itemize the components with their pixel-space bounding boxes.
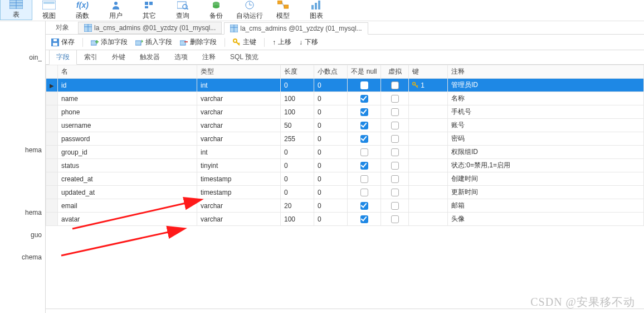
sub-tabs: 字段 索引 外键 触发器 选项 注释 SQL 预览 <box>46 50 644 65</box>
checkbox-notnull[interactable] <box>360 122 368 129</box>
svg-rect-5 <box>43 2 55 4</box>
ribbon-user[interactable]: 用户 <box>99 0 133 21</box>
ribbon-view[interactable]: 视图 <box>32 0 66 21</box>
checkbox-notnull[interactable] <box>360 175 368 183</box>
svg-point-6 <box>114 2 118 5</box>
svg-rect-19 <box>277 1 282 4</box>
svg-line-12 <box>187 8 188 9</box>
table-row[interactable]: ▶idint00 1管理员ID <box>46 79 644 92</box>
ribbon-auto[interactable]: 自动运行 <box>233 0 266 21</box>
query-icon <box>177 0 188 10</box>
checkbox-virtual[interactable] <box>391 162 399 170</box>
checkbox-virtual[interactable] <box>391 189 399 196</box>
col-notnull[interactable]: 不是 null <box>348 65 381 79</box>
model-icon <box>277 0 289 10</box>
checkbox-virtual[interactable] <box>391 81 399 89</box>
ribbon-chart[interactable]: 图表 <box>300 0 333 21</box>
checkbox-virtual[interactable] <box>391 202 399 210</box>
primary-key-button[interactable]: 主键 <box>233 37 256 47</box>
checkbox-virtual[interactable] <box>391 175 399 183</box>
table-row[interactable]: phonevarchar1000手机号 <box>46 105 644 119</box>
ribbon-backup[interactable]: 备份 <box>199 0 233 21</box>
svg-rect-9 <box>145 6 148 8</box>
bottom-bar <box>46 309 644 313</box>
down-arrow-icon: ↓ <box>299 38 303 46</box>
table-row[interactable]: namevarchar1000名称 <box>46 92 644 105</box>
checkbox-virtual[interactable] <box>391 95 399 103</box>
table-row[interactable]: updated_attimestamp00更新时间 <box>46 186 644 199</box>
checkbox-virtual[interactable] <box>391 148 399 156</box>
ribbon-fx[interactable]: f(x) 函数 <box>66 0 99 21</box>
subtab-comment[interactable]: 注释 <box>195 50 223 64</box>
subtab-triggers[interactable]: 触发器 <box>133 50 167 64</box>
col-key[interactable]: 键 <box>409 65 448 79</box>
fields-grid[interactable]: 名 类型 长度 小数点 不是 null 虚拟 键 注释 ▶idint00 1管理… <box>46 65 644 309</box>
checkbox-notnull[interactable] <box>360 135 368 143</box>
sidebar-item[interactable]: hema <box>0 144 45 156</box>
sidebar-item[interactable]: hema <box>0 206 45 219</box>
col-name[interactable]: 名 <box>58 65 197 79</box>
checkbox-virtual[interactable] <box>391 135 399 143</box>
object-tab[interactable]: 对象 <box>49 21 76 35</box>
checkbox-virtual[interactable] <box>391 122 399 129</box>
svg-rect-7 <box>145 2 148 5</box>
subtab-fields[interactable]: 字段 <box>49 50 77 65</box>
ribbon-query[interactable]: 查询 <box>166 0 199 21</box>
ribbon-table[interactable]: 表 <box>0 0 32 20</box>
checkbox-notnull[interactable] <box>360 189 368 196</box>
svg-rect-8 <box>149 2 153 5</box>
sidebar: oin_ hema hema guo chema <box>0 21 46 313</box>
table-row[interactable]: statustinyint00状态:0=禁用,1=启用 <box>46 159 644 172</box>
col-decimals[interactable]: 小数点 <box>314 65 348 79</box>
insert-field-button[interactable]: 插入字段 <box>135 37 172 47</box>
sidebar-item[interactable]: oin_ <box>0 51 45 64</box>
table-row[interactable]: passwordvarchar2550密码 <box>46 132 644 146</box>
insert-field-icon <box>135 38 143 46</box>
save-button[interactable]: 保存 <box>51 37 75 47</box>
move-down-button[interactable]: ↓ 下移 <box>299 37 318 47</box>
col-length[interactable]: 长度 <box>281 65 314 79</box>
add-field-icon <box>91 38 99 46</box>
clock-icon <box>245 0 254 10</box>
checkbox-notnull[interactable] <box>360 148 368 156</box>
table-icon <box>84 24 92 32</box>
chart-icon <box>311 0 321 10</box>
checkbox-notnull[interactable] <box>360 81 368 89</box>
file-tab-0[interactable]: la_cms_admins @01_yzdzy (01_mysql... <box>78 22 222 34</box>
file-tab-1[interactable]: la_cms_admins @01_yzdzy (01_mysql... <box>224 22 368 35</box>
col-comment[interactable]: 注释 <box>448 65 644 79</box>
sidebar-item[interactable]: chema <box>0 251 45 263</box>
subtab-options[interactable]: 选项 <box>167 50 195 64</box>
ribbon-model[interactable]: 模型 <box>266 0 300 21</box>
table-row[interactable]: avatarvarchar1000头像 <box>46 213 644 226</box>
checkbox-virtual[interactable] <box>391 108 399 116</box>
subtab-indexes[interactable]: 索引 <box>77 50 105 64</box>
checkbox-virtual[interactable] <box>391 215 399 223</box>
col-virtual[interactable]: 虚拟 <box>381 65 409 79</box>
checkbox-notnull[interactable] <box>360 95 368 103</box>
ribbon-other[interactable]: 其它 <box>133 0 166 21</box>
svg-line-21 <box>282 2 284 7</box>
sidebar-item[interactable]: guo <box>0 229 45 241</box>
checkbox-notnull[interactable] <box>360 108 368 116</box>
table-row[interactable]: usernamevarchar500账号 <box>46 119 644 132</box>
svg-rect-23 <box>315 3 317 9</box>
subtab-fk[interactable]: 外键 <box>105 50 133 64</box>
add-field-button[interactable]: 添加字段 <box>91 37 128 47</box>
svg-rect-33 <box>53 39 57 41</box>
subtab-sql[interactable]: SQL 预览 <box>223 50 266 64</box>
checkbox-notnull[interactable] <box>360 215 368 223</box>
table-row[interactable]: group_idint00权限组ID <box>46 146 644 159</box>
svg-line-42 <box>238 43 240 44</box>
tab-label: la_cms_admins @01_yzdzy (01_mysql... <box>240 25 362 32</box>
checkbox-notnull[interactable] <box>360 202 368 210</box>
delete-field-button[interactable]: 删除字段 <box>180 37 217 47</box>
tab-strip: 对象 la_cms_admins @01_yzdzy (01_mysql... … <box>46 21 644 35</box>
checkbox-notnull[interactable] <box>360 162 368 170</box>
table-row[interactable]: emailvarchar200邮箱 <box>46 199 644 213</box>
col-type[interactable]: 类型 <box>197 65 281 79</box>
svg-rect-37 <box>135 41 141 45</box>
svg-rect-24 <box>318 1 320 9</box>
move-up-button[interactable]: ↑ 上移 <box>272 37 291 47</box>
table-row[interactable]: created_attimestamp00创建时间 <box>46 172 644 186</box>
